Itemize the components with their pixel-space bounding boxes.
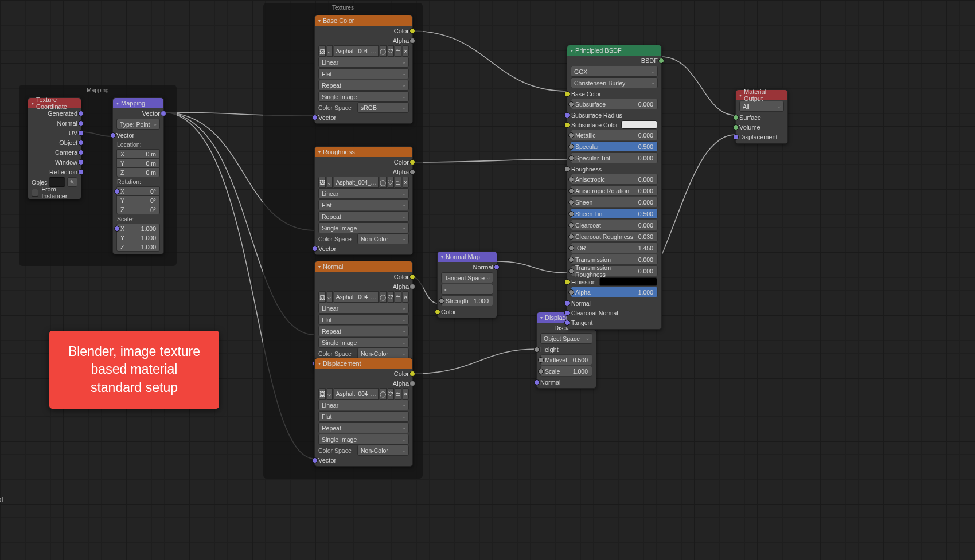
socket-surface-in[interactable]: Surface — [736, 112, 787, 122]
image-name-field[interactable]: Asphalt_004_... — [334, 291, 379, 303]
node-imgtex-basecolor[interactable]: ▾Base Color Color Alpha 🖼⌵Asphalt_004_..… — [314, 15, 413, 124]
from-instancer[interactable]: From Instancer — [28, 187, 81, 197]
projection-dropdown[interactable]: Flat⌵ — [318, 199, 409, 210]
ccrough-field[interactable]: Clearcoat Roughness0.030 — [571, 231, 658, 242]
fakeuser-icon[interactable]: 🛡 — [388, 177, 394, 188]
socket-alpha-out[interactable]: Alpha — [315, 36, 412, 45]
node-texture-coordinate[interactable]: ▾Texture Coordinate Generated Normal UV … — [28, 97, 81, 199]
socket-color-out[interactable]: Color — [315, 369, 412, 378]
rot-z[interactable]: Z0° — [116, 205, 160, 214]
scale-x[interactable]: X1.000 — [116, 224, 160, 233]
users-icon[interactable]: ◯ — [380, 291, 387, 303]
socket-vector-out[interactable]: Vector — [113, 108, 163, 118]
node-material-output[interactable]: ▾Material Output All⌵ Surface Volume Dis… — [735, 89, 788, 144]
socket-roughness[interactable]: Roughness — [567, 164, 661, 174]
image-browse-icon[interactable]: ⌵ — [327, 291, 333, 303]
collapse-icon[interactable]: ▾ — [318, 361, 321, 366]
collapse-icon[interactable]: ▾ — [32, 101, 34, 106]
midlevel-field[interactable]: Midlevel0.500 — [540, 354, 592, 365]
source-dropdown[interactable]: Single Image⌵ — [318, 222, 409, 233]
anisorot-field[interactable]: Anisotropic Rotation0.000 — [571, 185, 658, 196]
socket-vector-in[interactable]: Vector — [315, 455, 412, 465]
socket-generated[interactable]: Generated — [28, 108, 81, 118]
socket-sss-radius[interactable]: Subsurface Radius — [567, 110, 661, 120]
scale-z[interactable]: Z1.000 — [116, 242, 160, 252]
extension-dropdown[interactable]: Repeat⌵ — [318, 211, 409, 222]
metallic-field[interactable]: Metallic0.000 — [571, 130, 658, 140]
fakeuser-icon[interactable]: 🛡 — [388, 388, 394, 400]
collapse-icon[interactable]: ▾ — [540, 315, 543, 320]
image-browse-icon[interactable]: ⌵ — [327, 177, 333, 188]
space-dropdown[interactable]: Object Space⌵ — [540, 333, 592, 344]
socket-color-out[interactable]: Color — [315, 157, 412, 167]
space-dropdown[interactable]: Tangent Space⌵ — [441, 272, 493, 283]
emission-field[interactable]: Emission — [567, 277, 661, 287]
socket-object[interactable]: Object — [28, 138, 81, 147]
node-header[interactable]: ▾Displacement — [315, 358, 412, 369]
node-header[interactable]: ▾Normal — [315, 261, 412, 272]
node-imgtex-normal[interactable]: ▾Normal Color Alpha 🖼⌵Asphalt_004_...◯🛡🗀… — [314, 261, 413, 370]
sheen-field[interactable]: Sheen0.000 — [571, 197, 658, 207]
target-dropdown[interactable]: All⌵ — [739, 101, 784, 112]
socket-normal-in[interactable]: Normal — [537, 377, 596, 387]
image-selector[interactable]: 🖼⌵Asphalt_004_...◯🛡🗀✕ — [318, 177, 409, 187]
socket-tangent-in[interactable]: Tangent — [567, 318, 661, 327]
node-mapping[interactable]: ▾Mapping Vector Type: Point⌵ Vector Loca… — [112, 97, 164, 254]
open-icon[interactable]: 🗀 — [395, 388, 401, 400]
node-imgtex-displacement[interactable]: ▾Displacement Color Alpha 🖼⌵Asphalt_004_… — [314, 358, 413, 467]
node-header[interactable]: ▾Base Color — [315, 15, 412, 26]
open-icon[interactable]: 🗀 — [395, 177, 401, 188]
mapping-type-dropdown[interactable]: Type: Point⌵ — [116, 119, 160, 130]
open-icon[interactable]: 🗀 — [395, 291, 401, 303]
socket-camera[interactable]: Camera — [28, 147, 81, 157]
image-icon[interactable]: 🖼 — [318, 388, 326, 400]
distribution-dropdown[interactable]: GGX⌵ — [571, 66, 658, 77]
colorspace-dropdown[interactable]: Non-Color⌵ — [357, 445, 409, 456]
projection-dropdown[interactable]: Flat⌵ — [318, 314, 409, 325]
collapse-icon[interactable]: ▾ — [318, 150, 321, 155]
socket-normal-in[interactable]: Normal — [567, 298, 661, 308]
node-header[interactable]: ▾Principled BSDF — [567, 45, 661, 56]
node-header[interactable]: ▾Material Output — [736, 90, 787, 100]
unlink-icon[interactable]: ✕ — [403, 388, 409, 400]
collapse-icon[interactable]: ▾ — [441, 254, 443, 260]
image-icon[interactable]: 🖼 — [318, 177, 326, 188]
transmission-field[interactable]: Transmission0.000 — [571, 254, 658, 265]
socket-alpha-out[interactable]: Alpha — [315, 167, 412, 177]
socket-vector-in[interactable]: Vector — [113, 130, 163, 140]
scale-y[interactable]: Y1.000 — [116, 233, 160, 242]
node-imgtex-roughness[interactable]: ▾Roughness Color Alpha 🖼⌵Asphalt_004_...… — [314, 146, 413, 255]
unlink-icon[interactable]: ✕ — [403, 291, 409, 303]
node-normal-map[interactable]: ▾Normal Map Normal Tangent Space⌵ ▪ Stre… — [437, 251, 497, 318]
socket-height-in[interactable]: Height — [537, 344, 596, 354]
image-selector[interactable]: 🖼⌵Asphalt_004_...◯🛡🗀✕ — [318, 292, 409, 302]
image-name-field[interactable]: Asphalt_004_... — [334, 388, 379, 400]
fakeuser-icon[interactable]: 🛡 — [388, 291, 394, 303]
ior-field[interactable]: IOR1.450 — [571, 242, 658, 253]
rot-x[interactable]: X0° — [116, 186, 160, 195]
node-header[interactable]: ▾Texture Coordinate — [28, 98, 81, 108]
socket-color-out[interactable]: Color — [315, 272, 412, 281]
socket-basecolor[interactable]: Base Color — [567, 89, 661, 99]
interp-dropdown[interactable]: Linear⌵ — [318, 188, 409, 199]
collapse-icon[interactable]: ▾ — [571, 48, 573, 53]
subsurface-field[interactable]: Subsurface0.000 — [571, 99, 658, 109]
collapse-icon[interactable]: ▾ — [739, 93, 742, 98]
open-icon[interactable]: 🗀 — [395, 45, 401, 57]
node-header[interactable]: ▾Mapping — [113, 98, 163, 108]
uvmap-field[interactable]: ▪ — [441, 284, 493, 295]
source-dropdown[interactable]: Single Image⌵ — [318, 91, 409, 102]
socket-bsdf-out[interactable]: BSDF — [567, 56, 661, 65]
loc-z[interactable]: Z0 m — [116, 167, 160, 177]
socket-alpha-out[interactable]: Alpha — [315, 281, 412, 291]
checkbox-icon[interactable] — [32, 189, 38, 197]
node-header[interactable]: ▾Normal Map — [438, 252, 497, 262]
sheentint-field[interactable]: Sheen Tint0.500 — [571, 208, 658, 219]
projection-dropdown[interactable]: Flat⌵ — [318, 411, 409, 422]
specular-field[interactable]: Specular0.500 — [571, 141, 658, 152]
image-browse-icon[interactable]: ⌵ — [327, 45, 333, 57]
image-selector[interactable]: 🖼⌵Asphalt_004_...◯🛡🗀✕ — [318, 46, 409, 56]
aniso-field[interactable]: Anisotropic0.000 — [571, 174, 658, 185]
clearcoat-field[interactable]: Clearcoat0.000 — [571, 220, 658, 230]
users-icon[interactable]: ◯ — [380, 388, 387, 400]
